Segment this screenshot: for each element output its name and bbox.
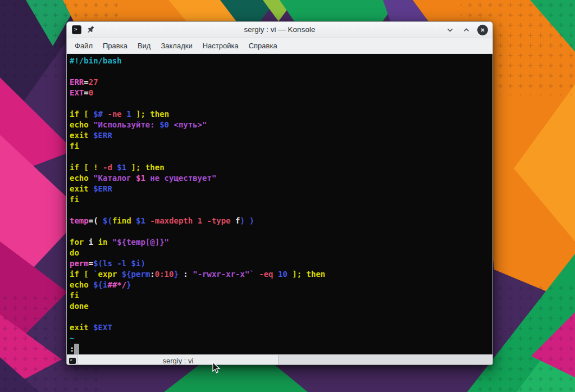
close-icon — [480, 27, 486, 33]
terminal-line: if [ $# -ne 1 ]; then — [70, 109, 490, 120]
menu-item-view[interactable]: Вид — [133, 38, 156, 53]
terminal-line: EXT=0 — [70, 88, 490, 98]
menu-item-settings[interactable]: Настройка — [198, 38, 244, 53]
minimize-button[interactable] — [445, 25, 455, 35]
tabbar: > sergiy : vi — [67, 354, 492, 365]
terminal-line: exit $EXT — [70, 322, 490, 333]
terminal-line — [70, 226, 490, 237]
tab-sergiy-vi[interactable]: sergiy : vi — [78, 355, 279, 365]
terminal-cursor — [74, 344, 79, 354]
terminal-line: for i in "${temp[@]}" — [70, 237, 490, 248]
chevron-up-icon — [463, 26, 470, 34]
terminal-line: ~ — [70, 333, 490, 344]
tab-list-button[interactable]: > — [67, 355, 78, 365]
terminal-screen[interactable]: #!/bin/bash ERR=27EXT=0 if [ $# -ne 1 ];… — [67, 54, 492, 354]
terminal-line: if [ ! -d $1 ]; then — [70, 162, 490, 173]
terminal-line — [70, 205, 490, 216]
mouse-cursor — [212, 362, 221, 374]
desktop: > sergiy : vi — Konsole — [0, 0, 575, 392]
terminal-line: if [ `expr ${perm:0:10} : "-rwxr-xr-x"` … — [70, 269, 490, 280]
terminal-line: fi — [70, 141, 490, 152]
terminal-line: ERR=27 — [70, 77, 490, 88]
terminal-line: fi — [70, 194, 490, 205]
maximize-button[interactable] — [461, 25, 472, 35]
terminal-line: temp=( $(find $1 -maxdepth 1 -type f) ) — [70, 216, 490, 226]
window-title: sergiy : vi — Konsole — [67, 22, 492, 38]
terminal-line: exit $ERR — [70, 184, 490, 194]
terminal-line — [70, 98, 490, 109]
close-button[interactable] — [477, 25, 488, 35]
menu-item-file[interactable]: Файл — [70, 38, 98, 53]
terminal-line: do — [70, 248, 490, 258]
tab-label: sergiy : vi — [163, 357, 194, 365]
titlebar[interactable]: > sergiy : vi — Konsole — [67, 22, 492, 38]
chevron-down-icon — [446, 26, 454, 34]
menu-item-bookmarks[interactable]: Закладки — [156, 38, 197, 53]
terminal-line: #!/bin/bash — [70, 56, 490, 66]
terminal-line: : — [70, 344, 490, 354]
terminal-line: perm=$(ls -l $i) — [70, 258, 490, 269]
terminal-line — [70, 312, 490, 322]
terminal-line: echo ${i##*/} — [70, 280, 490, 290]
terminal-line: echo "Используйте: $0 <путь>" — [70, 120, 490, 130]
menubar: Файл Правка Вид Закладки Настройка Справ… — [67, 38, 492, 54]
terminal-line: done — [70, 301, 490, 312]
menu-item-help[interactable]: Справка — [244, 38, 282, 53]
terminal-line: fi — [70, 290, 490, 301]
tab-terminal-icon: > — [69, 358, 76, 364]
konsole-window: > sergiy : vi — Konsole — [66, 21, 493, 365]
terminal-line: exit $ERR — [70, 130, 490, 141]
terminal-line — [70, 66, 490, 77]
tabbar-empty-area[interactable] — [279, 355, 492, 365]
terminal-line: echo "Каталог $1 не существует" — [70, 173, 490, 184]
terminal-line — [70, 152, 490, 162]
menu-item-edit[interactable]: Правка — [98, 38, 133, 53]
